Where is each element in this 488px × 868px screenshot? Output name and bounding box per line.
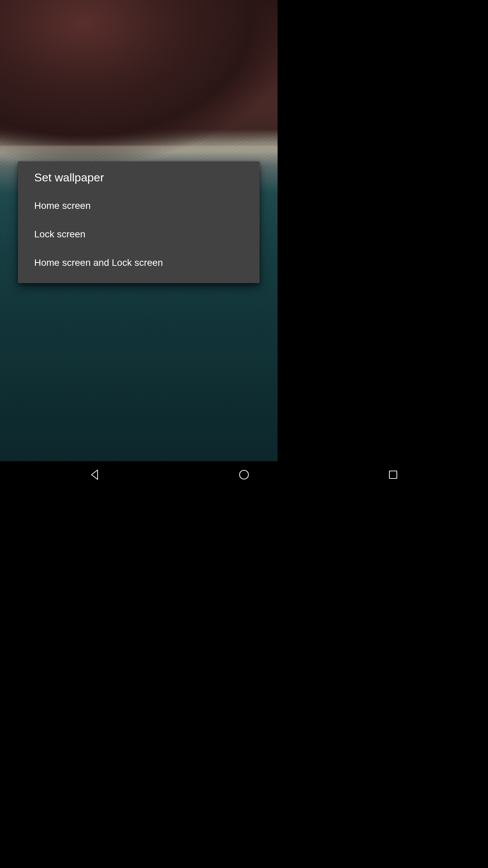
android-navigation-bar — [0, 461, 278, 488]
option-lock-screen[interactable]: Lock screen — [18, 220, 260, 249]
option-home-and-lock-screen[interactable]: Home screen and Lock screen — [18, 249, 260, 277]
dialog-title: Set wallpaper — [18, 161, 260, 192]
home-icon — [238, 469, 250, 481]
set-wallpaper-dialog: Set wallpaper Home screen Lock screen Ho… — [18, 161, 260, 283]
back-icon — [89, 469, 101, 481]
back-button[interactable] — [68, 461, 122, 488]
svg-point-0 — [240, 470, 248, 479]
home-button[interactable] — [217, 461, 271, 488]
option-home-screen[interactable]: Home screen — [18, 192, 260, 220]
dialog-options: Home screen Lock screen Home screen and … — [18, 192, 260, 283]
